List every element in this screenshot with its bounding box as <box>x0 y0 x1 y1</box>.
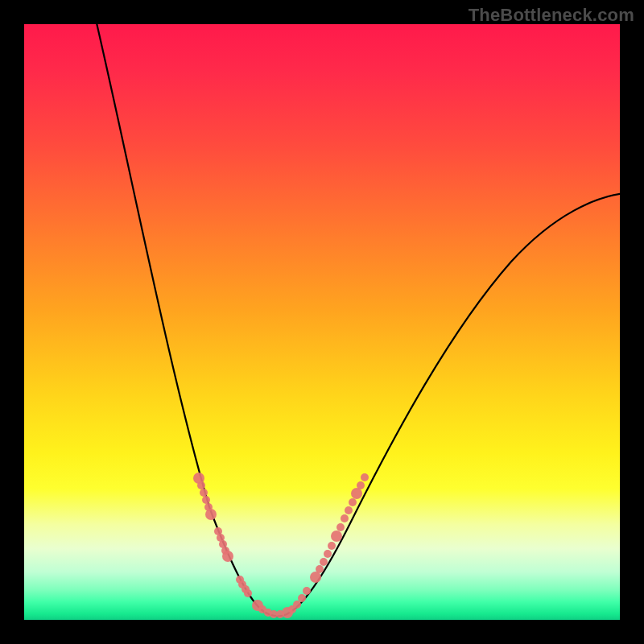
marker-dot <box>205 509 217 520</box>
marker-dot <box>336 523 345 531</box>
marker-dot <box>202 496 210 504</box>
curve-layer <box>24 24 620 620</box>
marker-dot <box>222 551 233 562</box>
marker-dot <box>341 514 349 522</box>
marker-dot <box>324 550 332 558</box>
marker-dot <box>244 589 252 597</box>
markers-right <box>282 473 369 618</box>
bottleneck-curve <box>95 24 620 616</box>
marker-dot <box>357 481 365 489</box>
marker-dot <box>197 481 205 489</box>
chart-stage: TheBottleneck.com <box>0 0 644 644</box>
marker-dot <box>361 473 369 481</box>
marker-dot <box>298 594 306 602</box>
marker-dot <box>331 530 342 542</box>
marker-dot <box>316 565 324 573</box>
marker-dot <box>345 506 353 514</box>
plot-area <box>24 24 620 620</box>
marker-dot <box>351 488 362 499</box>
marker-dot <box>293 601 301 609</box>
marker-dot <box>200 489 208 497</box>
marker-dot <box>303 587 311 595</box>
markers-left <box>193 473 284 618</box>
marker-dot <box>328 542 336 550</box>
marker-dot <box>349 498 357 506</box>
marker-dot <box>320 558 328 566</box>
marker-dot <box>310 572 321 583</box>
watermark-text: TheBottleneck.com <box>469 5 634 26</box>
